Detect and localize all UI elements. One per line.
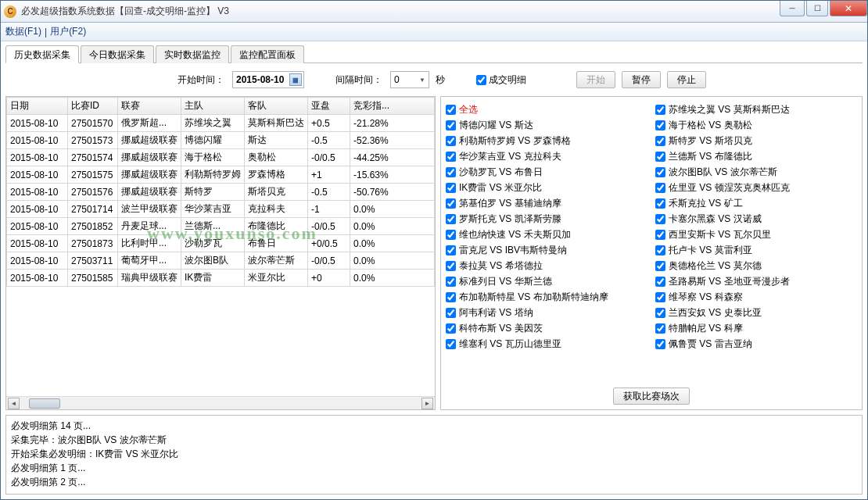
th-date[interactable]: 日期 bbox=[7, 98, 68, 115]
match-checkbox[interactable] bbox=[446, 261, 456, 271]
match-item[interactable]: 华沙莱吉亚 VS 克拉科夫 bbox=[446, 148, 647, 164]
h-scrollbar[interactable]: ◄ ► bbox=[6, 396, 435, 409]
table-row[interactable]: 2015-08-1027501575挪威超级联赛利勒斯特罗姆罗森博格+1-15.… bbox=[7, 166, 435, 184]
match-item[interactable]: 兰德斯 VS 布隆德比 bbox=[655, 148, 857, 164]
th-asia[interactable]: 亚盘 bbox=[308, 98, 350, 115]
start-time-input[interactable]: 2015-08-10 ▦ bbox=[232, 71, 304, 88]
chevron-down-icon[interactable]: ▼ bbox=[419, 77, 425, 84]
match-item[interactable]: 佐里亚 VS 顿涅茨克奥林匹克 bbox=[655, 180, 857, 195]
match-item[interactable]: 罗斯托克 VS 凯泽斯劳滕 bbox=[446, 211, 647, 227]
match-item[interactable]: 第基伯罗 VS 基辅迪纳摩 bbox=[446, 195, 647, 211]
match-checkbox[interactable] bbox=[655, 214, 665, 224]
match-checkbox[interactable] bbox=[446, 277, 456, 287]
table-row[interactable]: 2015-08-1027501852丹麦足球...兰德斯...布隆德比-0/0.… bbox=[7, 218, 435, 235]
tab-history[interactable]: 历史数据采集 bbox=[5, 45, 79, 63]
match-item[interactable]: 兰西安奴 VS 史泰比亚 bbox=[655, 305, 857, 320]
match-item[interactable]: 卡塞尔黑森 VS 汉诺威 bbox=[655, 211, 857, 227]
match-checkbox[interactable] bbox=[655, 292, 665, 302]
match-item[interactable]: 波尔图B队 VS 波尔蒂芒斯 bbox=[655, 164, 857, 180]
table-row[interactable]: 2015-08-1027501573挪威超级联赛博德闪耀斯达-0.5-52.36… bbox=[7, 132, 435, 149]
match-item[interactable]: 沙勒罗瓦 VS 布鲁日 bbox=[446, 164, 647, 180]
match-checkbox[interactable] bbox=[446, 198, 456, 209]
table-row[interactable]: 2015-08-1027501576挪威超级联赛斯特罗斯塔贝克-0.5-50.7… bbox=[7, 184, 435, 201]
match-checkbox[interactable] bbox=[655, 167, 665, 177]
maximize-button[interactable]: ☐ bbox=[806, 1, 828, 16]
select-all-item[interactable]: 全选 bbox=[446, 102, 647, 117]
detail-checkbox-wrap[interactable]: 成交明细 bbox=[476, 73, 526, 87]
match-item[interactable]: 维也纳快速 VS 禾夫斯贝加 bbox=[446, 227, 647, 242]
match-item[interactable]: 雷克尼 VS IBV韦斯特曼纳 bbox=[446, 242, 647, 258]
interval-input[interactable]: 0 ▼ bbox=[390, 71, 429, 88]
match-item[interactable]: 维塞利 VS 瓦历山德里亚 bbox=[446, 336, 647, 352]
th-home[interactable]: 主队 bbox=[181, 98, 245, 115]
match-item[interactable]: 西里安斯卡 VS 瓦尔贝里 bbox=[655, 227, 857, 242]
table-row[interactable]: 2015-08-1027501585瑞典甲级联赛IK费雷米亚尔比+00.0% bbox=[7, 270, 435, 287]
match-checkbox[interactable] bbox=[446, 152, 456, 162]
start-button[interactable]: 开始 bbox=[576, 71, 615, 88]
tab-today[interactable]: 今日数据采集 bbox=[81, 45, 154, 63]
stop-button[interactable]: 停止 bbox=[667, 71, 706, 88]
pause-button[interactable]: 暂停 bbox=[622, 71, 661, 88]
match-checkbox[interactable] bbox=[655, 261, 665, 271]
table-row[interactable]: 2015-08-1027501714波兰甲级联赛华沙莱吉亚克拉科夫-10.0% bbox=[7, 201, 435, 218]
match-checkbox[interactable] bbox=[446, 120, 456, 130]
menu-data[interactable]: 数据(F1) bbox=[5, 25, 41, 38]
table-row[interactable]: 2015-08-1027501570俄罗斯超...苏维埃之翼莫斯科斯巴达+0.5… bbox=[7, 115, 435, 132]
match-checkbox[interactable] bbox=[655, 339, 665, 349]
match-item[interactable]: 布加勒斯特星 VS 布加勒斯特迪纳摩 bbox=[446, 289, 647, 305]
match-item[interactable]: 禾斯克拉 VS 矿工 bbox=[655, 195, 857, 211]
match-checkbox[interactable] bbox=[446, 339, 456, 349]
calendar-icon[interactable]: ▦ bbox=[289, 73, 302, 86]
match-checkbox[interactable] bbox=[446, 308, 456, 318]
match-item[interactable]: 托卢卡 VS 莫雷利亚 bbox=[655, 242, 857, 258]
menu-user[interactable]: 用户(F2) bbox=[50, 25, 86, 38]
table-row[interactable]: 2015-08-1027501574挪威超级联赛海于格松奥勒松-0/0.5-44… bbox=[7, 149, 435, 166]
match-checkbox[interactable] bbox=[655, 105, 665, 115]
minimize-button[interactable]: ─ bbox=[780, 1, 805, 16]
match-checkbox[interactable] bbox=[655, 120, 665, 130]
match-checkbox[interactable] bbox=[655, 277, 665, 287]
match-item[interactable]: 佩鲁贾 VS 雷吉亚纳 bbox=[655, 336, 857, 352]
match-checkbox[interactable] bbox=[446, 214, 456, 224]
match-checkbox[interactable] bbox=[655, 152, 665, 162]
scroll-thumb[interactable] bbox=[29, 398, 60, 409]
match-item[interactable]: 特腊帕尼 VS 科摩 bbox=[655, 320, 857, 336]
match-checkbox[interactable] bbox=[655, 323, 665, 334]
match-checkbox[interactable] bbox=[446, 245, 456, 255]
match-checkbox[interactable] bbox=[655, 136, 665, 146]
match-item[interactable]: 苏维埃之翼 VS 莫斯科斯巴达 bbox=[655, 102, 857, 117]
tab-realtime[interactable]: 实时数据监控 bbox=[156, 45, 229, 63]
match-item[interactable]: 科特布斯 VS 美因茨 bbox=[446, 320, 647, 336]
close-button[interactable]: ✕ bbox=[830, 1, 867, 16]
scroll-right-icon[interactable]: ► bbox=[421, 398, 433, 409]
match-checkbox[interactable] bbox=[446, 183, 456, 193]
match-checkbox[interactable] bbox=[655, 230, 665, 240]
match-checkbox[interactable] bbox=[446, 230, 456, 240]
match-item[interactable]: 维琴察 VS 科森察 bbox=[655, 289, 857, 305]
match-checkbox[interactable] bbox=[446, 167, 456, 177]
table-row[interactable]: 2015-08-1027503711葡萄牙甲...波尔图B队波尔蒂芒斯-0/0.… bbox=[7, 252, 435, 270]
tab-config[interactable]: 监控配置面板 bbox=[231, 45, 304, 63]
match-item[interactable]: 泰拉莫 VS 希塔德拉 bbox=[446, 258, 647, 273]
match-item[interactable]: 斯特罗 VS 斯塔贝克 bbox=[655, 133, 857, 148]
match-item[interactable]: 阿韦利诺 VS 塔纳 bbox=[446, 305, 647, 320]
table-row[interactable]: 2015-08-1027501873比利时甲...沙勒罗瓦布鲁日+0/0.50.… bbox=[7, 235, 435, 252]
match-checkbox[interactable] bbox=[446, 323, 456, 334]
match-item[interactable]: 博德闪耀 VS 斯达 bbox=[446, 117, 647, 133]
match-item[interactable]: 圣路易斯 VS 圣地亚哥漫步者 bbox=[655, 273, 857, 289]
match-checkbox[interactable] bbox=[655, 183, 665, 193]
match-checkbox[interactable] bbox=[655, 308, 665, 318]
match-checkbox[interactable] bbox=[655, 245, 665, 255]
match-checkbox[interactable] bbox=[446, 292, 456, 302]
match-item[interactable]: 标准列日 VS 华斯兰德 bbox=[446, 273, 647, 289]
fetch-matches-button[interactable]: 获取比赛场次 bbox=[613, 388, 690, 405]
th-league[interactable]: 联赛 bbox=[118, 98, 181, 115]
match-item[interactable]: IK费雷 VS 米亚尔比 bbox=[446, 180, 647, 195]
match-item[interactable]: 奥德格伦兰 VS 莫尔德 bbox=[655, 258, 857, 273]
match-item[interactable]: 利勒斯特罗姆 VS 罗森博格 bbox=[446, 133, 647, 148]
match-checkbox[interactable] bbox=[446, 136, 456, 146]
select-all-checkbox[interactable] bbox=[446, 105, 456, 115]
th-jc[interactable]: 竞彩指... bbox=[350, 98, 435, 115]
log-area[interactable]: 必发明细第 14 页...采集完毕：波尔图B队 VS 波尔蒂芒斯开始采集必发明细… bbox=[5, 415, 863, 495]
detail-checkbox[interactable] bbox=[476, 75, 486, 85]
